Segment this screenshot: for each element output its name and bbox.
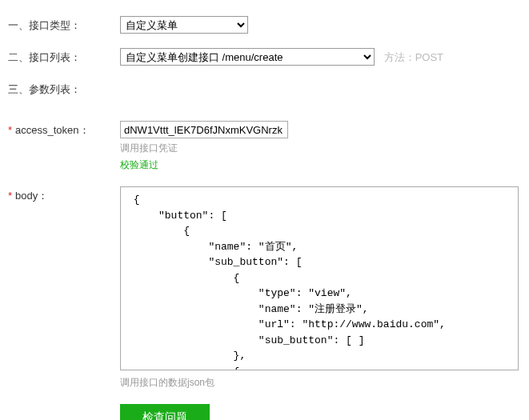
input-access-token[interactable] [120, 121, 288, 138]
row-params-header: 三、参数列表： [8, 80, 521, 97]
label-params: 三、参数列表： [8, 80, 120, 97]
required-mark: * [8, 190, 12, 202]
method-hint: 方法：POST [384, 51, 443, 63]
required-mark: * [8, 124, 12, 136]
select-interface-list[interactable]: 自定义菜单创建接口 /menu/create [120, 48, 375, 66]
help-access-token: 调用接口凭证 [120, 142, 521, 155]
label-interface-type: 一、接口类型： [8, 16, 120, 33]
select-interface-type[interactable]: 自定义菜单 [120, 16, 248, 34]
row-access-token: *access_token： 调用接口凭证 校验通过 [8, 121, 521, 172]
textarea-body[interactable] [120, 186, 519, 370]
row-body: *body： 调用接口的数据json包 检查问题 [8, 186, 521, 420]
label-interface-list: 二、接口列表： [8, 48, 120, 65]
help-body: 调用接口的数据json包 [120, 376, 521, 390]
label-access-token: *access_token： [8, 121, 120, 138]
label-body: *body： [8, 186, 120, 203]
row-interface-type: 一、接口类型： 自定义菜单 [8, 16, 521, 34]
row-interface-list: 二、接口列表： 自定义菜单创建接口 /menu/create 方法：POST [8, 48, 521, 66]
check-button[interactable]: 检查问题 [120, 404, 210, 420]
validate-access-token: 校验通过 [120, 158, 521, 172]
